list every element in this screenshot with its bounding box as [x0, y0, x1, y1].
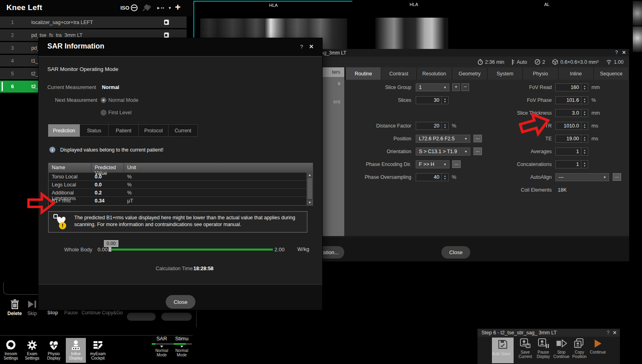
- spinner-arrows-icon[interactable]: [581, 84, 588, 91]
- tab-current[interactable]: Current: [169, 124, 198, 137]
- table-row-b1-rms[interactable]: B1+ rms 0.34 μT: [49, 196, 307, 205]
- sar-mode-label[interactable]: Normal Mode: [151, 348, 173, 357]
- stop-button[interactable]: Stop: [47, 310, 58, 315]
- help-icon[interactable]: ?: [615, 50, 618, 55]
- copy-position-button[interactable]: Copy Position: [570, 338, 589, 359]
- position-more-button[interactable]: ...: [473, 135, 482, 142]
- tab-protocol[interactable]: Protocol: [139, 124, 169, 137]
- pause-display-button[interactable]: Pause Display: [534, 338, 553, 359]
- spinner-arrows-icon[interactable]: [581, 161, 588, 168]
- hidden-button-stub[interactable]: [127, 313, 156, 321]
- tab-sequence[interactable]: Sequence: [594, 67, 629, 80]
- spinner-arrows-icon[interactable]: [581, 97, 588, 104]
- fov-phase-spinner[interactable]: 101.6: [555, 96, 588, 104]
- close-icon[interactable]: ✕: [613, 330, 617, 336]
- stimu-mode-label[interactable]: Normal Mode: [171, 348, 193, 357]
- column-predicted-value[interactable]: Predicted Value: [91, 163, 124, 172]
- auto-save-button[interactable]: Auto Save: [492, 338, 514, 363]
- taskbar-inroom-settings[interactable]: Inroom Settings: [0, 339, 22, 360]
- plus-icon: +: [175, 2, 181, 12]
- normal-mode-radio[interactable]: [101, 97, 106, 103]
- skip-icon[interactable]: [27, 300, 37, 309]
- close-icon[interactable]: ✕: [622, 50, 626, 55]
- first-level-radio[interactable]: [101, 110, 106, 115]
- panel-close-button[interactable]: Close: [441, 246, 470, 259]
- taskbar-exam-settings[interactable]: Exam Settings: [21, 339, 43, 360]
- concatenations-spinner[interactable]: 1: [555, 160, 588, 168]
- taskbar-myexam-cockpit[interactable]: myExam Cockpit: [87, 339, 109, 360]
- tr-spinner[interactable]: 1010.0: [555, 122, 588, 130]
- slice-group-dropdown[interactable]: 1: [416, 83, 449, 91]
- spinner-arrows-icon[interactable]: [441, 122, 448, 129]
- autoalign-more-button[interactable]: ...: [613, 173, 621, 181]
- slices-spinner[interactable]: 30: [416, 96, 449, 104]
- orientation-more-button[interactable]: ...: [473, 148, 482, 155]
- stop-continue-button[interactable]: Stop Continue: [552, 338, 571, 359]
- table-row[interactable]: Torso Local 0.0 %: [49, 172, 307, 181]
- distance-factor-spinner[interactable]: 20: [416, 122, 449, 130]
- dialog-close-button[interactable]: Close: [166, 295, 195, 309]
- close-icon[interactable]: ✕: [309, 43, 314, 50]
- scroll-up-icon[interactable]: [307, 172, 313, 178]
- table-scrollbar[interactable]: [307, 172, 313, 205]
- tab-contrast[interactable]: Contrast: [381, 67, 416, 80]
- autoalign-dropdown[interactable]: ---: [555, 173, 609, 181]
- save-current-button[interactable]: Save Current: [516, 338, 535, 359]
- tab-system[interactable]: System: [488, 67, 523, 80]
- queue-row-1[interactable]: 1 localizer_sag+cor+tra LEFT: [0, 16, 187, 28]
- delete-button-label[interactable]: Delete: [6, 311, 24, 316]
- step-continue-button[interactable]: Continue: [588, 338, 607, 354]
- phase-oversampling-spinner[interactable]: 40: [416, 173, 449, 181]
- spinner-arrows-icon[interactable]: [581, 109, 588, 117]
- orientation-dropdown[interactable]: S > C13.1 > T1.9: [416, 148, 470, 156]
- spinner-arrows-icon[interactable]: [581, 122, 588, 129]
- iso-center-button[interactable]: ISO: [120, 4, 138, 11]
- skip-button-label[interactable]: Skip: [24, 311, 40, 316]
- tab-prediction[interactable]: Prediction: [48, 124, 80, 137]
- slice-thickness-spinner[interactable]: 3.0: [555, 109, 588, 117]
- tab-geometry[interactable]: Geometry: [452, 67, 488, 80]
- hidden-button-stub[interactable]: [161, 313, 192, 321]
- column-unit[interactable]: Unit: [124, 163, 313, 172]
- slice-group-remove-button[interactable]: −: [461, 83, 469, 91]
- scrollbar-thumb[interactable]: [307, 178, 312, 199]
- first-level-radio-label[interactable]: First Level: [108, 110, 132, 115]
- tab-inline[interactable]: Inline: [559, 67, 594, 80]
- taskbar-physio-display[interactable]: Physio Display: [43, 339, 65, 360]
- scroll-down-icon[interactable]: [307, 200, 313, 205]
- tab-physio[interactable]: Physio: [523, 67, 558, 80]
- phase-encoding-dir-dropdown[interactable]: F >> H: [416, 160, 449, 168]
- position-dropdown[interactable]: L72.6 P2.6 F2.5: [416, 135, 470, 143]
- copy-and-go-button[interactable]: Copy&Go: [102, 310, 123, 315]
- thumbnail-strip-image-1[interactable]: [633, 1, 642, 26]
- continue-button[interactable]: Continue: [81, 310, 101, 315]
- pause-button[interactable]: Pause: [64, 310, 78, 315]
- fov-read-spinner[interactable]: 160: [555, 83, 588, 91]
- averages-spinner[interactable]: 1: [555, 148, 588, 156]
- table-row[interactable]: Additional Limitations 0.2 %: [49, 188, 307, 197]
- slice-group-add-button[interactable]: +: [452, 83, 460, 91]
- te-spinner[interactable]: 19.00: [555, 135, 588, 143]
- chevron-down-icon: [443, 86, 447, 89]
- tab-routine[interactable]: Routine: [346, 67, 381, 80]
- phase-encoding-more-button[interactable]: ...: [452, 160, 461, 168]
- spinner-arrows-icon[interactable]: [441, 97, 448, 104]
- spinner-arrows-icon[interactable]: [581, 135, 588, 142]
- help-icon[interactable]: ?: [300, 44, 303, 50]
- whole-body-slider-track[interactable]: [109, 249, 273, 251]
- queue-playlist-button[interactable]: ►▪▪ ▼: [156, 6, 172, 10]
- add-step-button[interactable]: +: [175, 2, 181, 13]
- tab-patient[interactable]: Patient: [109, 124, 139, 137]
- column-name[interactable]: Name: [49, 163, 91, 172]
- tab-resolution[interactable]: Resolution: [417, 67, 452, 80]
- tab-status[interactable]: Status: [80, 124, 109, 137]
- thumbnail-strip-image-2[interactable]: [633, 26, 642, 52]
- spinner-arrows-icon[interactable]: [581, 148, 588, 155]
- whole-body-slider-thumb[interactable]: [108, 247, 112, 252]
- help-icon[interactable]: ?: [607, 330, 609, 336]
- table-row[interactable]: Legs Local 0.0 %: [49, 180, 307, 189]
- normal-mode-radio-label[interactable]: Normal Mode: [108, 97, 138, 103]
- spinner-arrows-icon[interactable]: [441, 174, 448, 181]
- delete-trash-icon[interactable]: [10, 299, 19, 309]
- taskbar-inline-display[interactable]: Inline Display: [65, 339, 87, 360]
